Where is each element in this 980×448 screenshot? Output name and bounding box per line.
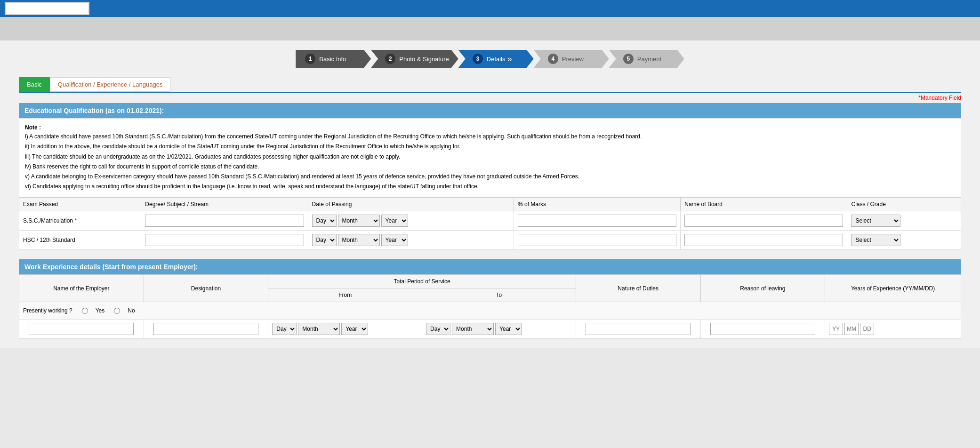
work-experience-section: Work Experience details (Start from pres… (19, 259, 961, 339)
year-select-0[interactable]: Year202120202019201820172016201520142013… (381, 215, 408, 227)
work-experience-table: Name of the Employer Designation Total P… (19, 274, 961, 339)
work-from-year-select[interactable]: Year202120202019201820172016201520142013… (341, 323, 368, 335)
wizard-step-3[interactable]: 3 Details » (458, 50, 534, 68)
work-reason-cell (700, 320, 825, 339)
col-grade: Class / Grade (847, 198, 961, 211)
col-date-passing: Date of Passing (308, 198, 514, 211)
exam-name-1: HSC / 12th Standard (19, 231, 141, 250)
marks-input-1[interactable] (518, 234, 676, 246)
work-col-employer: Name of the Employer (19, 275, 144, 302)
bank-logo (5, 2, 89, 15)
degree-input-1[interactable] (145, 234, 304, 246)
degree-cell-0 (141, 211, 308, 231)
work-col-from: From (268, 288, 422, 302)
work-years-mm-input[interactable] (844, 323, 859, 335)
step-arrows: » (507, 54, 512, 64)
mandatory-note: *Mandatory Field (19, 93, 961, 103)
step-num-4: 4 (548, 54, 558, 64)
work-years-dd-input[interactable] (860, 323, 874, 335)
grade-select-0[interactable]: SelectFirst ClassSecond ClassPass ClassD… (851, 215, 900, 227)
degree-input-0[interactable] (145, 215, 304, 227)
year-select-1[interactable]: Year202120202019201820172016201520142013… (381, 234, 408, 246)
work-col-reason: Reason of leaving (700, 275, 825, 302)
qual-row-1: HSC / 12th StandardDay123456789101112131… (19, 231, 961, 250)
sub-header (0, 17, 980, 40)
month-select-1[interactable]: MonthJanuaryFebruaryMarchAprilMayJuneJul… (338, 234, 380, 246)
board-cell-1 (681, 231, 847, 250)
wizard-step-4[interactable]: 4 Preview (534, 50, 609, 68)
date-cell-1: Day1234567891011121314151617181920212223… (308, 231, 514, 250)
work-nature-cell (576, 320, 700, 339)
day-select-1[interactable]: Day1234567891011121314151617181920212223… (312, 234, 337, 246)
col-exam-passed: Exam Passed (19, 198, 141, 211)
work-from-cell: Day1234567891011121314151617181920212223… (268, 320, 422, 339)
main-content: 1 Basic Info 2 Photo & Signature 3 Detai… (0, 40, 980, 348)
exam-name-0: S.S.C./Matriculation * (19, 211, 141, 231)
work-to-day-select[interactable]: Day1234567891011121314151617181920212223… (426, 323, 450, 335)
work-reason-input[interactable] (710, 323, 815, 335)
work-from-day-select[interactable]: Day1234567891011121314151617181920212223… (272, 323, 297, 335)
board-cell-0 (681, 211, 847, 231)
presently-working-row: Presently working ? Yes No (19, 302, 961, 320)
work-col-nature: Nature of Duties (576, 275, 700, 302)
date-cell-0: Day1234567891011121314151617181920212223… (308, 211, 514, 231)
wizard: 1 Basic Info 2 Photo & Signature 3 Detai… (19, 50, 961, 68)
work-to-year-select[interactable]: Year202120202019201820172016201520142013… (495, 323, 522, 335)
work-col-total-period: Total Period of Service (268, 275, 576, 288)
step-num-1: 1 (305, 54, 315, 64)
radio-yes[interactable] (82, 308, 88, 314)
work-employer-input[interactable] (29, 323, 134, 335)
grade-cell-1: SelectFirst ClassSecond ClassPass ClassD… (847, 231, 961, 250)
marks-cell-0 (514, 211, 680, 231)
work-col-designation: Designation (144, 275, 268, 302)
step-num-5: 5 (623, 54, 634, 64)
month-select-0[interactable]: MonthJanuaryFebruaryMarchAprilMayJuneJul… (338, 215, 380, 227)
qualification-table: Exam Passed Degree/ Subject / Stream Dat… (19, 197, 961, 250)
work-years-yy-input[interactable] (829, 323, 843, 335)
tab-bar: Basic Qualification / Experience / Langu… (19, 77, 961, 93)
work-years-exp-cell (825, 320, 961, 339)
marks-cell-1 (514, 231, 680, 250)
work-nature-input[interactable] (586, 323, 691, 335)
educational-section-header: Educational Qualification (as on 01.02.2… (19, 103, 961, 118)
day-select-0[interactable]: Day1234567891011121314151617181920212223… (312, 215, 337, 227)
board-input-1[interactable] (684, 234, 843, 246)
step-label-5: Payment (637, 56, 661, 63)
step-label-1: Basic Info (319, 56, 346, 63)
work-designation-input[interactable] (153, 323, 258, 335)
qual-row-0: S.S.C./Matriculation *Day123456789101112… (19, 211, 961, 231)
tab-qualification[interactable]: Qualification / Experience / Languages (50, 77, 171, 92)
step-label-4: Preview (562, 56, 584, 63)
wizard-step-1[interactable]: 1 Basic Info (296, 50, 371, 68)
work-to-month-select[interactable]: MonthJanuaryFebruaryMarchAprilMayJuneJul… (452, 323, 494, 335)
marks-input-0[interactable] (518, 215, 676, 227)
work-col-to: To (422, 288, 576, 302)
col-degree: Degree/ Subject / Stream (141, 198, 308, 211)
step-label-3: Details (487, 56, 506, 63)
work-col-years-exp: Years of Experience (YY/MM/DD) (825, 275, 961, 302)
grade-cell-0: SelectFirst ClassSecond ClassPass ClassD… (847, 211, 961, 231)
educational-section: Educational Qualification (as on 01.02.2… (19, 103, 961, 250)
work-employer-cell (19, 320, 144, 339)
work-from-month-select[interactable]: MonthJanuaryFebruaryMarchAprilMayJuneJul… (298, 323, 340, 335)
work-to-cell: Day1234567891011121314151617181920212223… (422, 320, 576, 339)
step-num-3: 3 (473, 54, 483, 64)
work-designation-cell (144, 320, 268, 339)
wizard-step-2[interactable]: 2 Photo & Signature (371, 50, 458, 68)
col-board: Name of Board (681, 198, 847, 211)
work-section-header: Work Experience details (Start from pres… (19, 259, 961, 274)
step-num-2: 2 (385, 54, 395, 64)
radio-no[interactable] (114, 308, 120, 314)
board-input-0[interactable] (684, 215, 843, 227)
radio-no-label[interactable]: No (114, 307, 135, 314)
wizard-step-5[interactable]: 5 Payment (609, 50, 684, 68)
note-section: Note : i) A candidate should have passed… (19, 118, 961, 197)
grade-select-1[interactable]: SelectFirst ClassSecond ClassPass ClassD… (851, 234, 900, 246)
work-data-row: Day1234567891011121314151617181920212223… (19, 320, 961, 339)
step-label-2: Photo & Signature (399, 56, 449, 63)
presently-working-label: Presently working ? (23, 307, 72, 314)
degree-cell-1 (141, 231, 308, 250)
top-header (0, 0, 980, 17)
radio-yes-label[interactable]: Yes (82, 307, 105, 314)
tab-basic[interactable]: Basic (19, 77, 50, 92)
